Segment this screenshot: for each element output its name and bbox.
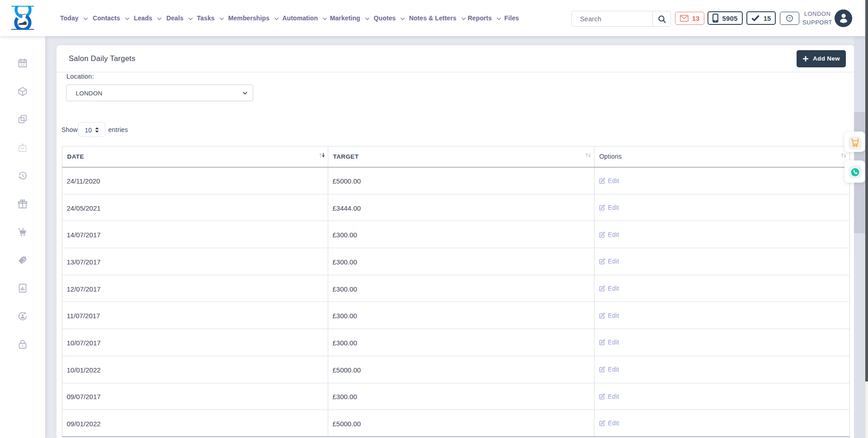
svg-text:?: ? (788, 15, 791, 20)
svg-text:12: 12 (20, 62, 25, 66)
